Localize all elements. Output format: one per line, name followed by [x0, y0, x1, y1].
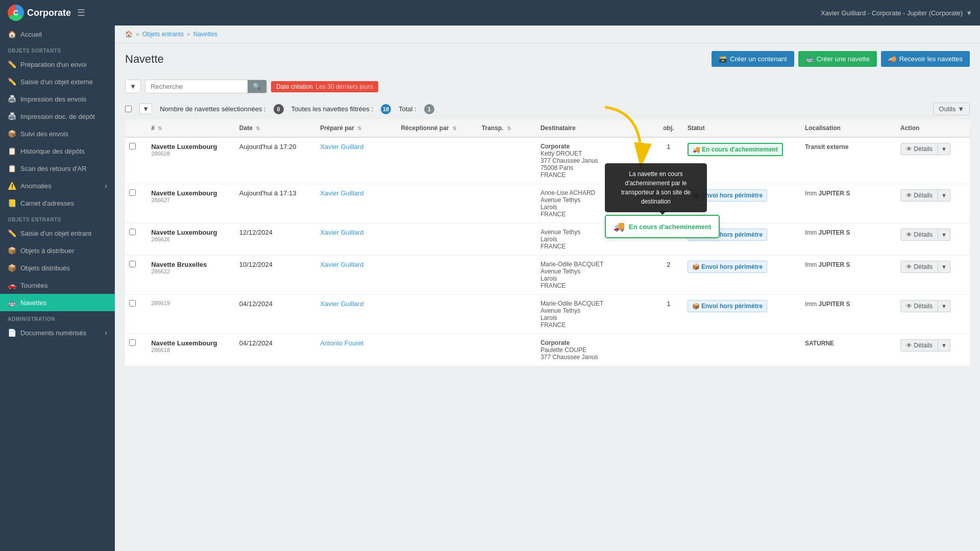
sidebar-item-distribues[interactable]: 📦 Objets distribués: [0, 259, 115, 277]
sidebar-saisie-entrant-label: Saisie d'un objet entrant: [20, 230, 91, 237]
row-checkbox[interactable]: [129, 229, 136, 235]
detail-dropdown-button[interactable]: ▼: [938, 300, 950, 312]
sidebar-item-scan[interactable]: 📋 Scan des retours d'AR: [0, 160, 115, 177]
breadcrumb-home-icon[interactable]: 🏠: [125, 31, 133, 38]
page-title: Navette: [125, 53, 164, 66]
prepared-by-link[interactable]: Xavier Guillard: [320, 189, 363, 197]
row-check-cell: [125, 184, 147, 223]
prepared-by-link[interactable]: Xavier Guillard: [320, 261, 363, 268]
hamburger-icon[interactable]: ☰: [77, 7, 85, 18]
sidebar-item-accueil[interactable]: 🏠 Accueil: [0, 26, 115, 43]
sort-date-icon[interactable]: ⇅: [256, 126, 260, 131]
breadcrumb-link-objets[interactable]: Objets entrants: [142, 31, 184, 38]
detail-dropdown-button[interactable]: ▼: [938, 143, 950, 155]
sidebar-anomalies-label: Anomalies: [20, 182, 52, 190]
select-all-checkbox[interactable]: [125, 106, 132, 112]
row-checkbox[interactable]: [129, 261, 136, 267]
row-status-cell[interactable]: 📦 Envoi hors périmètre: [683, 256, 801, 295]
search-input[interactable]: [145, 80, 248, 93]
row-dest-cell: CorporatePaulette COUPE377 Chaussee Janu…: [536, 334, 654, 366]
row-checkbox[interactable]: [129, 300, 136, 307]
row-prepared-cell: Xavier Guillard: [316, 223, 397, 256]
row-id-cell: Navette Luxembourg 286618: [147, 334, 235, 366]
row-checkbox[interactable]: [129, 339, 136, 346]
th-check: [125, 119, 147, 137]
row-checkbox[interactable]: [129, 189, 136, 196]
prepared-by-link[interactable]: Xavier Guillard: [320, 229, 363, 236]
row-obj-cell: [654, 334, 683, 366]
detail-button[interactable]: 👁 Détails: [900, 261, 938, 273]
sidebar-item-saisie-entrant[interactable]: ✏️ Saisie d'un objet entrant: [0, 224, 115, 242]
status-popup[interactable]: 🚚 En cours d'acheminement: [605, 215, 720, 238]
sidebar-impression-envois-label: Impression des envois: [20, 95, 86, 103]
navette-id: 286619: [151, 300, 231, 306]
row-prepared-cell: Xavier Guillard: [316, 137, 397, 184]
action-group: 👁 Détails ▼: [900, 261, 966, 273]
creer-contenant-button[interactable]: 🗃️ Créer un contenant: [712, 51, 794, 67]
sidebar-item-saisie-externe[interactable]: ✏️ Saisie d'un objet externe: [0, 73, 115, 90]
filter-dropdown-button[interactable]: ▼: [125, 80, 141, 93]
detail-dropdown-button[interactable]: ▼: [938, 339, 950, 352]
th-num: # ⇅: [147, 119, 235, 137]
sort-recep-icon[interactable]: ⇅: [452, 126, 456, 131]
row-date-cell: 10/12/2024: [235, 256, 316, 295]
detail-button[interactable]: 👁 Détails: [900, 189, 938, 202]
detail-button[interactable]: 👁 Détails: [900, 229, 938, 241]
user-menu[interactable]: Xavier Guilliard - Corporate - Jupiter (…: [821, 9, 972, 17]
scan-icon: 📋: [8, 164, 16, 172]
row-action-cell: 👁 Détails ▼: [896, 256, 970, 295]
warning-icon: ⚠️: [8, 182, 16, 190]
sidebar-item-preparation[interactable]: ✏️ Préparation d'un envoi: [0, 56, 115, 73]
sidebar-item-impression-depot[interactable]: 🖨️ Impression doc. de dépôt: [0, 108, 115, 125]
row-check-cell: [125, 295, 147, 334]
prepared-by-link[interactable]: Antonio Fouret: [320, 339, 363, 347]
row-status-cell[interactable]: [683, 334, 801, 366]
detail-button[interactable]: 👁 Détails: [900, 143, 938, 155]
sidebar-item-impression-envois[interactable]: 🖨️ Impression des envois: [0, 90, 115, 108]
creer-navette-button[interactable]: 🚌 Créer une navette: [798, 51, 877, 67]
sidebar-section-admin: ADMINISTRATION: [0, 311, 115, 324]
row-received-cell: [397, 334, 477, 366]
edit3-icon: ✏️: [8, 229, 16, 237]
sidebar-item-historique[interactable]: 📋 Historique des dépôts: [0, 142, 115, 160]
sidebar-item-anomalies[interactable]: ⚠️ Anomalies: [0, 177, 115, 194]
sidebar-item-suivi[interactable]: 📦 Suivi des envois: [0, 125, 115, 142]
row-prepared-cell: Antonio Fouret: [316, 334, 397, 366]
row-checkbox[interactable]: [129, 143, 136, 149]
sidebar-item-documents[interactable]: 📄 Documents numérisés: [0, 324, 115, 341]
navettes-table: # ⇅ Date ⇅ Préparé par ⇅ Réceptionné par…: [125, 119, 970, 366]
search-button[interactable]: 🔍: [248, 80, 266, 93]
row-obj-cell: 1: [654, 295, 683, 334]
sort-prep-icon[interactable]: ⇅: [357, 126, 361, 131]
sidebar-item-carnet[interactable]: 📒 Carnet d'adresses: [0, 194, 115, 212]
filter-tag[interactable]: Date création Les 30 derniers jours: [271, 81, 378, 92]
select-dropdown[interactable]: ▼: [139, 104, 152, 114]
recevoir-navettes-button[interactable]: 🚚 Recevoir les navettes: [881, 51, 970, 67]
detail-dropdown-button[interactable]: ▼: [938, 229, 950, 241]
prepared-by-link[interactable]: Xavier Guillard: [320, 300, 363, 308]
print2-icon: 🖨️: [8, 112, 16, 120]
breadcrumb-link-navettes[interactable]: Navettes: [193, 31, 217, 38]
row-transp-cell: [478, 184, 536, 223]
detail-dropdown-button[interactable]: ▼: [938, 261, 950, 273]
detail-button[interactable]: 👁 Détails: [900, 339, 938, 352]
row-status-cell[interactable]: 📦 Envoi hors périmètre: [683, 295, 801, 334]
row-action-cell: 👁 Détails ▼: [896, 295, 970, 334]
book-icon: 📒: [8, 199, 16, 207]
status-popup-label: En cours d'acheminement: [629, 223, 711, 231]
row-check-cell: [125, 334, 147, 366]
sort-num-icon[interactable]: ⇅: [158, 126, 162, 131]
sidebar-section-sortants: OBJETS SORTANTS: [0, 43, 115, 56]
row-received-cell: [397, 256, 477, 295]
history-icon: 📋: [8, 147, 16, 155]
prepared-by-link[interactable]: Xavier Guillard: [320, 143, 363, 151]
sidebar-item-tournees[interactable]: 🚗 Tournées: [0, 277, 115, 294]
sort-transp-icon[interactable]: ⇅: [507, 126, 511, 131]
sidebar-item-navettes[interactable]: 🚌 Navettes: [0, 294, 115, 311]
detail-button[interactable]: 👁 Détails: [900, 300, 938, 312]
navette-id: 286628: [151, 151, 231, 157]
sidebar-item-distribuer[interactable]: 📦 Objets à distribuer: [0, 242, 115, 259]
detail-dropdown-button[interactable]: ▼: [938, 189, 950, 202]
logo[interactable]: C Corporate: [8, 5, 71, 21]
tools-button[interactable]: Outils ▼: [933, 103, 970, 115]
